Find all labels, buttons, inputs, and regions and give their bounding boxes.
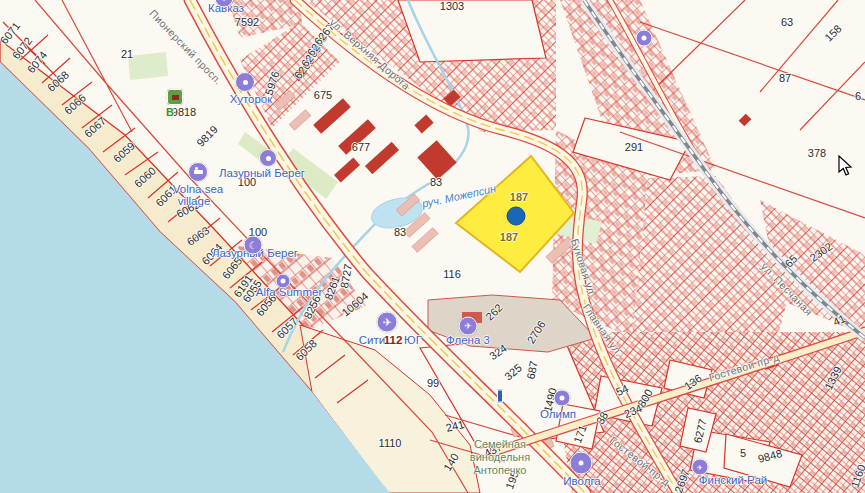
winery-label[interactable]: Антопечко [474,464,527,476]
moon-icon[interactable]: ☾ [244,236,263,255]
parcel-number-label: 234 [622,402,644,420]
parcel-number-label: 158 [822,22,843,43]
parcel-number-label: 1339 [822,364,844,391]
parcel-number-label: 6060 [132,164,158,189]
parcel-number-label: 6058 [293,337,319,363]
poi-label[interactable]: Хуторок [230,93,273,105]
parcel-number-label: 6059 [111,139,137,164]
parcel-number-label: 6277 [691,418,709,445]
parcel-number-label: 2697 [672,467,692,493]
parcel-number-label: 6074 [25,49,50,76]
poi-label[interactable]: Volna sea [173,183,224,195]
parcel-number-label: 378 [808,147,826,159]
selected-parcel-number: 187 [500,231,518,243]
poi-label[interactable]: Иволга [563,475,600,487]
parcel-number-label: 6068 [45,68,71,93]
street-name-label: Гостевой пр-д [707,351,780,384]
parcel-number-label: 136 [682,372,704,392]
parcel-number-label: 6 [855,90,861,102]
airplane-icon[interactable]: ✈ [377,312,398,333]
parcel-number-label: 65 [782,252,799,269]
parcel-number-label: 9819 [194,123,220,149]
parcel-number-label: 10604 [339,290,370,319]
parcel-number-label: 99 [427,377,439,389]
parcel-number-label: 54 [614,382,630,398]
green-marker-letter: В [166,106,174,118]
parcel-number-label: 325 [502,362,524,383]
map-labels-layer: 6071607260746068606660676059606060616062… [0,0,865,493]
parcel-number-label: 6072 [10,35,35,62]
cafe-icon[interactable] [235,72,255,92]
parcel-number-label: 87 [779,72,791,84]
bird-icon[interactable] [570,452,593,475]
street-name-label: ул. Верхняя Дорога [327,16,412,92]
parcel-number-label: 83 [430,176,442,188]
winery-label[interactable]: винодельня [470,451,530,463]
parcel-number-label: 2302 [808,240,835,264]
poi-label[interactable]: Олимп [540,408,576,420]
parcel-number-label: 6063 [185,224,212,248]
poi-label[interactable]: Лазурный Берег [219,167,305,179]
poi-icon[interactable] [636,30,653,47]
parcel-number-label: 21 [121,48,133,60]
parcel-number-label: 83 [394,226,406,238]
mouse-cursor [838,155,854,177]
poi-label[interactable]: Alfa Summer [256,286,322,298]
parcel-number-label: 140 [441,451,461,473]
parcel-number-label: 38 [594,410,611,427]
parcel-number-label: 1110 [379,437,402,449]
parcel-number-label: 5 [740,447,746,459]
street-name-label: Буковая ул. [569,237,599,299]
parcel-number-label: 9818 [172,106,196,118]
parcel-number-label: 1160 [848,463,865,489]
hotel-icon[interactable] [259,149,277,167]
parcel-number-label: 171 [571,423,589,444]
parcel-number-label: 7592 [235,16,259,28]
airplane-icon[interactable]: ✈ [692,459,709,476]
parcel-number-label: 9848 [757,447,784,465]
parcel-number-label: 241 [445,418,466,434]
parcel-number-label: 6066 [62,91,88,116]
street-name-label: Главная ул. [580,301,625,358]
parcel-number-label: 1303 [440,0,464,12]
airplane-icon[interactable]: ✈ [459,317,478,336]
winery-label[interactable]: Семейная [474,438,526,450]
parcel-number-label: 677 [352,141,370,153]
poi-icon[interactable] [554,390,571,407]
parcel-number-label: 8727 [338,263,354,289]
poi-label[interactable]: 112 [384,334,403,346]
poi-label[interactable]: Финский Рай [699,474,767,486]
street-name-label: Гостевой пр-д [608,434,673,488]
poi-label[interactable]: Флена 3 [446,334,490,346]
parcel-number-label: 6057 [274,315,300,341]
parcel-number-label: 63 [781,16,793,28]
poi-label[interactable]: ЮГ [404,334,422,346]
parcel-number-label: 291 [625,141,643,153]
parcel-number-label: 675 [314,89,332,101]
cadastral-map-canvas[interactable]: 6071607260746068606660676059606060616062… [0,0,865,493]
street-name-label: Пионерский просп. [147,7,225,87]
parcel-number-label: 41 [831,312,847,328]
poi-label[interactable]: Сити [359,334,385,346]
poi-label[interactable]: village [178,195,211,207]
parcel-number-label: 324 [487,342,509,362]
parcel-number-label: 6067 [82,114,108,139]
poi-icon[interactable] [276,274,291,289]
parcel-number-label: 2706 [524,318,547,345]
hotel-bed-icon[interactable] [188,162,208,182]
parcel-number-label: 687 [524,360,539,380]
parcel-number-label: 262 [483,301,504,322]
parcel-number-label: 116 [443,268,461,280]
selected-parcel-number: 187 [510,191,528,203]
street-name-label: ул. Песчаная [759,260,816,318]
pin-icon[interactable] [497,390,503,403]
winery-marker-icon[interactable] [167,89,183,105]
